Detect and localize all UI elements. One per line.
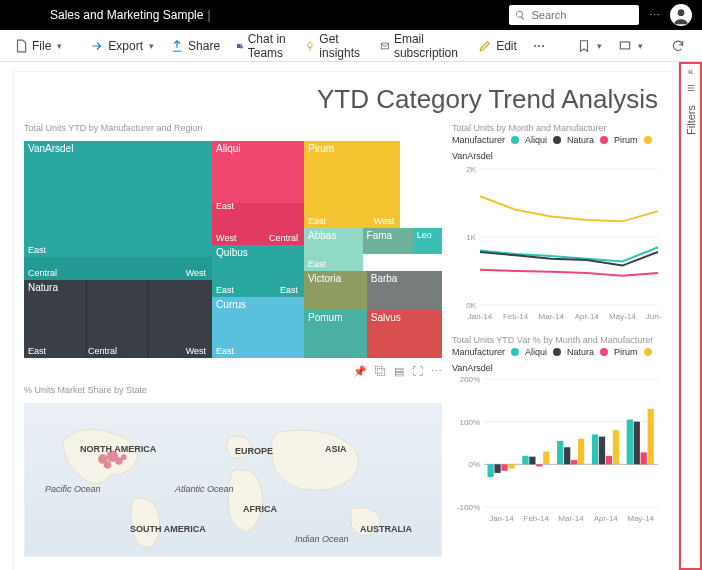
copy-icon[interactable]: ⿻ [375, 365, 386, 377]
svg-rect-33 [494, 464, 500, 473]
svg-rect-32 [487, 464, 493, 477]
svg-rect-45 [578, 439, 584, 465]
view-menu[interactable]: ▾ [612, 35, 649, 57]
svg-text:Jan-14: Jan-14 [468, 312, 493, 321]
app-header: Sales and Marketing Sample| ⋯ [0, 0, 702, 30]
svg-rect-50 [613, 430, 619, 464]
svg-rect-42 [557, 441, 563, 464]
map-title: % Units Market Share by State [24, 385, 442, 395]
svg-rect-48 [599, 437, 605, 465]
share-icon [170, 39, 184, 53]
line-chart-legend: Manufacturer Aliqui Natura Pirum VanArsd… [452, 135, 662, 161]
more-commands-button[interactable]: ⋯ [527, 35, 551, 57]
svg-rect-55 [648, 409, 654, 464]
focus-icon[interactable]: ⛶ [412, 365, 423, 377]
share-button[interactable]: Share [164, 35, 226, 57]
svg-point-8 [104, 461, 112, 469]
line-chart-visual[interactable]: Total Units by Month and Manufacturer Ma… [452, 123, 662, 325]
svg-rect-1 [237, 44, 241, 48]
svg-text:May-14: May-14 [609, 312, 636, 321]
svg-rect-47 [592, 434, 598, 464]
bookmark-button[interactable]: ▾ [571, 35, 608, 57]
command-bar: File▾ Export▾ Share Chat in Teams Get in… [0, 30, 702, 62]
filter-icon[interactable]: ▤ [394, 365, 404, 378]
edit-button[interactable]: Edit [472, 35, 523, 57]
export-menu[interactable]: Export▾ [84, 35, 160, 57]
mail-icon [380, 39, 390, 53]
svg-rect-37 [522, 456, 528, 465]
treemap-visual[interactable]: VanArsdel East East Central West Natura … [24, 141, 442, 358]
svg-point-9 [121, 454, 127, 460]
lightbulb-icon [305, 39, 315, 53]
svg-text:Jun-14: Jun-14 [646, 312, 662, 321]
bar-chart-legend: Manufacturer Aliqui Natura Pirum VanArsd… [452, 347, 662, 373]
map-visual[interactable]: NORTH AMERICA SOUTH AMERICA EUROPE AFRIC… [24, 403, 442, 557]
pencil-icon [478, 39, 492, 53]
svg-text:Apr-14: Apr-14 [594, 514, 619, 523]
report-canvas: YTD Category Trend Analysis Total Units … [14, 72, 672, 570]
svg-rect-40 [543, 452, 549, 465]
search-box[interactable] [509, 5, 639, 25]
chevron-left-icon[interactable]: « [688, 66, 694, 77]
svg-rect-44 [571, 460, 577, 464]
treemap-title: Total Units YTD by Manufacturer and Regi… [24, 123, 442, 133]
svg-text:Jan-14: Jan-14 [489, 514, 514, 523]
svg-text:Feb-14: Feb-14 [524, 514, 550, 523]
svg-text:0%: 0% [468, 460, 480, 469]
filters-label: Filters [685, 105, 697, 135]
line-chart-title: Total Units by Month and Manufacturer [452, 123, 662, 133]
chat-teams-button[interactable]: Chat in Teams [230, 28, 295, 64]
svg-text:Feb-14: Feb-14 [503, 312, 529, 321]
svg-text:May-14: May-14 [627, 514, 654, 523]
get-insights-button[interactable]: Get insights [299, 28, 370, 64]
filters-pane[interactable]: « Filters [678, 62, 702, 570]
svg-rect-49 [606, 456, 612, 465]
svg-rect-54 [641, 452, 647, 464]
pin-icon[interactable]: 📌 [353, 365, 367, 378]
file-menu[interactable]: File▾ [8, 35, 68, 57]
bookmark-icon [577, 39, 591, 53]
email-subscription-button[interactable]: Email subscription [374, 28, 468, 64]
svg-text:100%: 100% [460, 418, 480, 427]
svg-text:2K: 2K [466, 165, 476, 174]
refresh-button[interactable] [665, 35, 691, 57]
view-icon [618, 39, 632, 53]
bar-chart-visual[interactable]: Total Units YTD Var % by Month and Manuf… [452, 335, 662, 527]
more-options-icon[interactable]: ⋯ [649, 9, 660, 22]
svg-text:200%: 200% [460, 375, 480, 384]
svg-rect-39 [536, 464, 542, 466]
svg-rect-57 [687, 88, 694, 89]
svg-text:Mar-14: Mar-14 [558, 514, 584, 523]
report-name: Sales and Marketing Sample| [10, 8, 211, 22]
visual-options-bar: 📌 ⿻ ▤ ⛶ ⋯ [24, 364, 442, 379]
svg-rect-38 [529, 457, 535, 465]
svg-point-0 [678, 9, 685, 16]
svg-rect-4 [620, 41, 629, 48]
refresh-icon [671, 39, 685, 53]
svg-rect-34 [501, 464, 507, 470]
search-input[interactable] [529, 8, 633, 22]
svg-text:Mar-14: Mar-14 [539, 312, 565, 321]
search-icon [515, 9, 525, 21]
svg-text:0K: 0K [466, 301, 476, 310]
svg-rect-43 [564, 447, 570, 464]
svg-rect-35 [508, 464, 514, 468]
avatar[interactable] [670, 4, 692, 26]
comment-button[interactable] [695, 35, 702, 57]
svg-point-2 [241, 43, 242, 44]
filters-icon [686, 83, 696, 93]
svg-rect-58 [687, 90, 694, 91]
teams-icon [236, 39, 244, 53]
svg-rect-52 [627, 420, 633, 465]
export-icon [90, 39, 104, 53]
svg-text:Apr-14: Apr-14 [575, 312, 600, 321]
svg-text:-100%: -100% [457, 503, 480, 512]
svg-rect-56 [687, 85, 694, 86]
file-icon [14, 39, 28, 53]
more-visual-icon[interactable]: ⋯ [431, 365, 442, 378]
svg-rect-53 [634, 422, 640, 465]
svg-text:1K: 1K [466, 233, 476, 242]
page-title: YTD Category Trend Analysis [24, 84, 658, 115]
bar-chart-title: Total Units YTD Var % by Month and Manuf… [452, 335, 662, 345]
